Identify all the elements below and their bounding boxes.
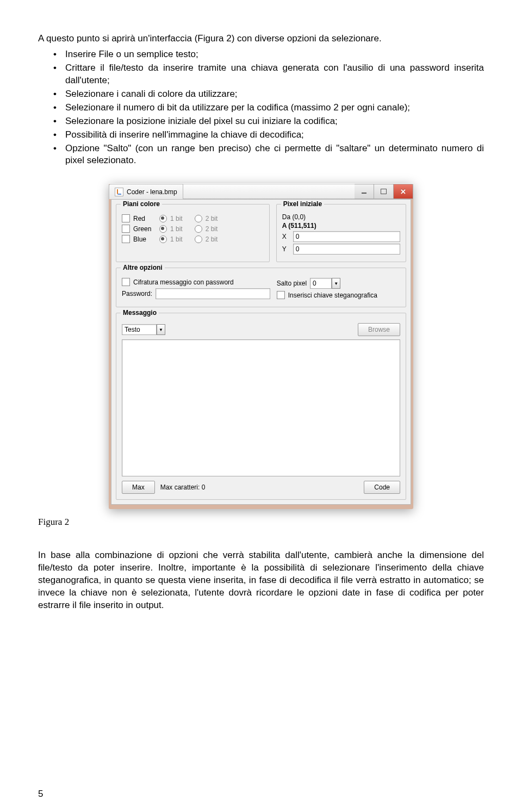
- x-input[interactable]: [293, 231, 400, 242]
- label-salto: Salto pixel: [277, 280, 307, 287]
- pixel-from-label: Da (0,0): [282, 213, 400, 221]
- list-item: Opzione "Salto" (con un range ben precis…: [38, 142, 484, 168]
- checkbox-green[interactable]: [122, 225, 130, 233]
- radio-red-2bit[interactable]: [195, 215, 202, 222]
- label-password: Password:: [122, 290, 152, 297]
- window-title: Coder - lena.bmp: [127, 188, 177, 196]
- mode-dropdown-icon[interactable]: ▼: [157, 324, 165, 335]
- figure-caption: Figura 2: [38, 517, 484, 528]
- message-textarea[interactable]: [122, 339, 400, 476]
- max-button[interactable]: Max: [122, 481, 155, 494]
- maximize-button[interactable]: [374, 184, 394, 199]
- group-pixel-legend: Pixel iniziale: [281, 200, 324, 208]
- code-button[interactable]: Code: [364, 481, 400, 494]
- radio-blue-2bit[interactable]: [195, 235, 202, 243]
- intro-paragraph: A questo punto si aprirà un'interfaccia …: [38, 33, 484, 45]
- label-cifratura: Cifratura messaggio con password: [133, 278, 234, 286]
- maxchar-label: Max caratteri: 0: [160, 484, 206, 491]
- y-input[interactable]: [293, 244, 400, 255]
- label-green-2bit: 2 bit: [206, 225, 218, 233]
- close-button[interactable]: [394, 184, 413, 199]
- group-msg-legend: Messaggio: [121, 309, 159, 317]
- group-piani-legend: Piani colore: [121, 200, 162, 208]
- titlebar-fill: [183, 184, 355, 199]
- label-green: Green: [133, 225, 156, 233]
- checkbox-steg[interactable]: [277, 291, 285, 299]
- checkbox-red[interactable]: [122, 214, 130, 222]
- list-item: Inserire File o un semplice testo;: [38, 48, 484, 61]
- list-item: Possibilità di inserire nell'immagine la…: [38, 129, 484, 141]
- checkbox-blue[interactable]: [122, 235, 130, 243]
- salto-input[interactable]: [310, 278, 332, 289]
- label-steg: Inserisci chiave steganografica: [288, 292, 377, 299]
- list-item: Selezionare il numero di bit da utilizza…: [38, 102, 484, 114]
- list-item: Selezionare i canali di colore da utiliz…: [38, 88, 484, 101]
- password-input[interactable]: [156, 288, 270, 299]
- checkbox-cifratura[interactable]: [122, 278, 130, 286]
- list-item: Selezionare la posizione iniziale del pi…: [38, 115, 484, 128]
- options-list: Inserire File o un semplice testo; Critt…: [38, 48, 484, 167]
- label-red-1bit: 1 bit: [170, 215, 183, 222]
- pixel-to-label: A (511,511): [282, 222, 400, 230]
- group-altre-legend: Altre opzioni: [121, 264, 165, 271]
- label-blue-2bit: 2 bit: [206, 235, 218, 243]
- coder-window: Coder - lena.bmp Piani colore Red 1 bi: [109, 183, 413, 509]
- radio-blue-1bit[interactable]: [159, 235, 167, 243]
- list-item: Crittare il file/testo da inserire trami…: [38, 62, 484, 87]
- salto-dropdown-icon[interactable]: ▼: [332, 278, 340, 289]
- radio-green-2bit[interactable]: [195, 225, 202, 233]
- label-red: Red: [133, 215, 156, 222]
- radio-red-1bit[interactable]: [159, 215, 167, 222]
- java-icon: [115, 188, 123, 196]
- window-title-tab: Coder - lena.bmp: [109, 184, 183, 199]
- label-blue: Blue: [133, 235, 156, 243]
- label-red-2bit: 2 bit: [206, 215, 218, 222]
- outro-paragraph: In base alla combinazione di opzioni che…: [38, 549, 484, 612]
- mode-select[interactable]: [122, 324, 157, 335]
- label-blue-1bit: 1 bit: [170, 235, 183, 243]
- browse-button[interactable]: Browse: [358, 323, 400, 336]
- x-label: X: [282, 233, 290, 240]
- minimize-button[interactable]: [355, 184, 374, 199]
- y-label: Y: [282, 245, 290, 253]
- label-green-1bit: 1 bit: [170, 225, 183, 233]
- radio-green-1bit[interactable]: [159, 225, 167, 233]
